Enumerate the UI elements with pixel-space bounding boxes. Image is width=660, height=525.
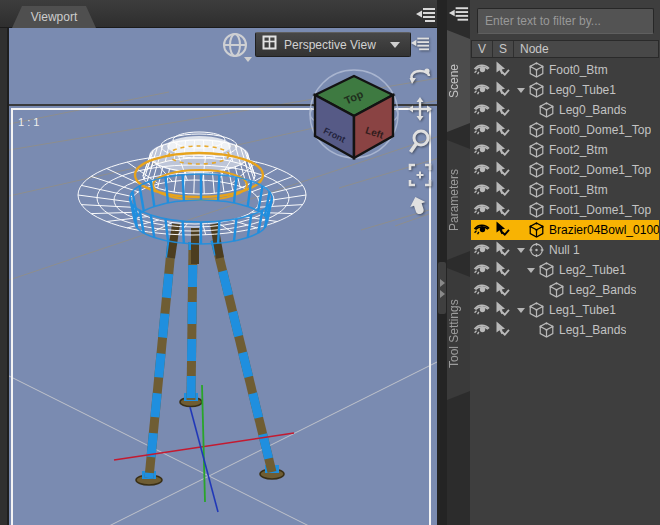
expander-toggle[interactable] — [517, 248, 528, 253]
selectability-toggle[interactable] — [491, 61, 511, 79]
pane-splitter[interactable] — [437, 0, 447, 525]
geometry-node-icon — [528, 202, 545, 218]
geometry-node-icon — [528, 82, 545, 98]
application-window: Viewport 1 : 1TopFrontLeft — [0, 0, 660, 525]
selectability-toggle[interactable] — [491, 241, 511, 259]
scene-tree-row[interactable]: Null 1 — [471, 240, 659, 260]
geometry-node-icon — [528, 182, 545, 198]
chevron-down-icon — [517, 308, 525, 313]
scene-tree-row[interactable]: Foot0_Btm — [471, 60, 659, 80]
selectability-toggle[interactable] — [491, 141, 511, 159]
camera-selector-dropdown[interactable]: Perspective View — [255, 32, 411, 57]
scene-tree-row[interactable]: Brazier04Bowl_01008s — [471, 220, 659, 240]
window-pane-icon — [262, 35, 277, 54]
scene-tree-row[interactable]: Foot2_Dome1_Top — [471, 160, 659, 180]
visibility-toggle[interactable] — [471, 122, 491, 138]
tab-tool-settings[interactable]: Tool Settings — [447, 268, 470, 400]
frame-brackets-icon — [408, 163, 432, 191]
selectability-toggle[interactable] — [491, 121, 511, 139]
view-globe-icon[interactable] — [220, 32, 254, 62]
cursor-check-icon — [493, 201, 510, 219]
expander-toggle[interactable] — [527, 268, 538, 273]
visibility-toggle[interactable] — [471, 302, 491, 318]
scene-tree-row[interactable]: Leg1_Tube1 — [471, 300, 659, 320]
eye-icon — [473, 162, 490, 178]
selectability-toggle[interactable] — [491, 161, 511, 179]
visibility-toggle[interactable] — [471, 262, 491, 278]
visibility-toggle[interactable] — [471, 142, 491, 158]
selectability-toggle[interactable] — [491, 81, 511, 99]
pane-options-button[interactable] — [407, 32, 433, 58]
node-label: Foot1_Btm — [549, 183, 608, 197]
tab-viewport[interactable]: Viewport — [12, 6, 96, 28]
selectability-toggle[interactable] — [491, 201, 511, 219]
visibility-toggle[interactable] — [471, 182, 491, 198]
eye-icon — [473, 222, 490, 238]
cursor-check-icon — [493, 121, 510, 139]
column-node[interactable]: Node — [514, 41, 658, 57]
geometry-node-icon — [528, 222, 545, 238]
selectability-toggle[interactable] — [491, 181, 511, 199]
selectability-toggle[interactable] — [491, 101, 511, 119]
frame-selection-button[interactable] — [407, 164, 433, 190]
viewport-tab-bar: Viewport — [0, 0, 437, 28]
visibility-toggle[interactable] — [471, 242, 491, 258]
visibility-toggle[interactable] — [471, 162, 491, 178]
selectability-toggle[interactable] — [491, 221, 511, 239]
scene-tree-row[interactable]: Leg0_Bands — [471, 100, 659, 120]
eye-icon — [473, 142, 490, 158]
geometry-node-icon — [528, 162, 545, 178]
scene-filter-input[interactable] — [477, 8, 654, 34]
cursor-check-icon — [493, 141, 510, 159]
tab-scene[interactable]: Scene — [447, 30, 470, 132]
column-selectability[interactable]: S — [493, 41, 514, 57]
pan-camera-button[interactable] — [407, 98, 433, 124]
scene-tree-row[interactable]: Leg1_Bands — [471, 320, 659, 340]
node-label: Leg2_Bands — [569, 283, 636, 297]
expander-toggle[interactable] — [517, 88, 528, 93]
visibility-toggle[interactable] — [471, 282, 491, 298]
geometry-node-icon — [528, 302, 545, 318]
tab-parameters[interactable]: Parameters — [447, 140, 470, 260]
visibility-toggle[interactable] — [471, 82, 491, 98]
scene-tree-row[interactable]: Foot0_Dome1_Top — [471, 120, 659, 140]
selectability-toggle[interactable] — [491, 281, 511, 299]
viewport-pane-menu-icon[interactable] — [413, 4, 437, 24]
column-visibility[interactable]: V — [472, 41, 493, 57]
selectability-toggle[interactable] — [491, 301, 511, 319]
zoom-camera-button[interactable] — [407, 131, 433, 157]
scene-tree-row[interactable]: Foot1_Dome1_Top — [471, 200, 659, 220]
visibility-toggle[interactable] — [471, 222, 491, 238]
scene-tree-row[interactable]: Foot1_Btm — [471, 180, 659, 200]
viewport-3d-canvas[interactable]: 1 : 1TopFrontLeft — [7, 28, 437, 525]
scene-panel: V S Node Foot0_BtmLeg0_Tube1Leg0_BandsFo… — [470, 0, 660, 525]
node-label: Brazier04Bowl_01008s — [549, 223, 659, 237]
selectability-toggle[interactable] — [491, 261, 511, 279]
splitter-collapse-handle[interactable] — [438, 262, 446, 314]
scene-tree-row[interactable]: Leg2_Bands — [471, 280, 659, 300]
node-label: Foot2_Dome1_Top — [549, 163, 651, 177]
visibility-toggle[interactable] — [471, 202, 491, 218]
visibility-toggle[interactable] — [471, 322, 491, 338]
scene-tree-row[interactable]: Foot2_Btm — [471, 140, 659, 160]
dock-pane-menu-icon[interactable] — [447, 3, 471, 23]
geometry-node-icon — [548, 282, 565, 298]
visibility-toggle[interactable] — [471, 62, 491, 78]
node-label: Foot2_Btm — [549, 143, 608, 157]
node-label: Foot1_Dome1_Top — [549, 203, 651, 217]
eye-icon — [473, 102, 490, 118]
cursor-check-icon — [493, 261, 510, 279]
geometry-node-icon — [528, 62, 545, 78]
cursor-check-icon — [493, 81, 510, 99]
orbit-camera-button[interactable] — [407, 65, 433, 91]
expander-toggle[interactable] — [517, 308, 528, 313]
eye-icon — [473, 302, 490, 318]
splitter-arrow-icon — [440, 290, 445, 298]
reset-camera-button[interactable] — [407, 197, 433, 223]
scene-tree-row[interactable]: Leg2_Tube1 — [471, 260, 659, 280]
scene-tree-row[interactable]: Leg0_Tube1 — [471, 80, 659, 100]
visibility-toggle[interactable] — [471, 102, 491, 118]
selectability-toggle[interactable] — [491, 321, 511, 339]
geometry-node-icon — [528, 142, 545, 158]
cursor-check-icon — [493, 161, 510, 179]
